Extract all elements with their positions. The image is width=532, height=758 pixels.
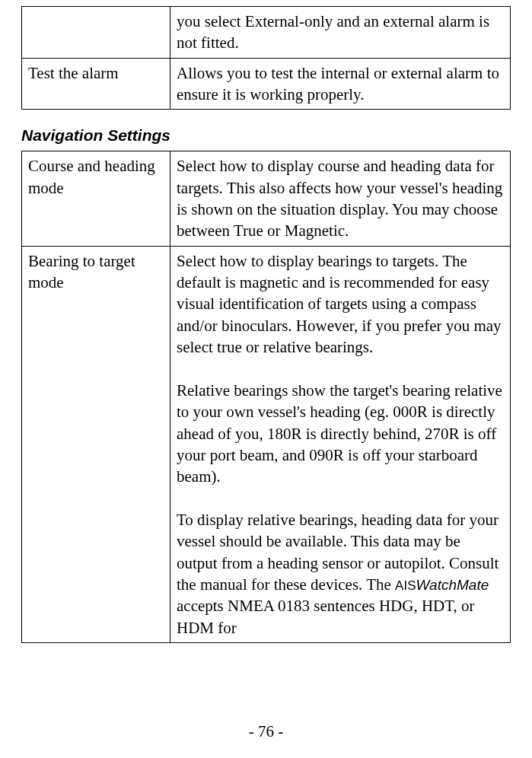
page-number: - 76 - bbox=[0, 722, 532, 741]
table-row: Test the alarm Allows you to test the in… bbox=[22, 58, 511, 110]
setting-label bbox=[22, 7, 170, 59]
setting-description: Select how to display course and heading… bbox=[170, 151, 511, 246]
setting-description: Allows you to test the internal or exter… bbox=[170, 58, 511, 110]
setting-description: Select how to display bearings to target… bbox=[170, 246, 511, 642]
watchmate-text: WatchMate bbox=[416, 577, 489, 593]
alarm-settings-table: you select External-only and an external… bbox=[21, 6, 511, 110]
setting-label: Course and heading mode bbox=[22, 151, 170, 246]
setting-label: Bearing to target mode bbox=[22, 246, 170, 642]
table-row: Course and heading mode Select how to di… bbox=[22, 151, 511, 246]
ais-text: AIS bbox=[395, 578, 416, 593]
navigation-settings-table: Course and heading mode Select how to di… bbox=[21, 151, 511, 643]
paragraph: Relative bearings show the target's bear… bbox=[177, 381, 502, 486]
paragraph-part: accepts NMEA 0183 sentences HDG, HDT, or… bbox=[177, 597, 475, 636]
table-row: Bearing to target mode Select how to dis… bbox=[22, 246, 511, 642]
section-heading: Navigation Settings bbox=[21, 126, 511, 145]
table-row: you select External-only and an external… bbox=[22, 7, 511, 59]
setting-description: you select External-only and an external… bbox=[170, 7, 511, 59]
setting-label: Test the alarm bbox=[22, 58, 170, 110]
paragraph: Select how to display bearings to target… bbox=[177, 252, 502, 356]
